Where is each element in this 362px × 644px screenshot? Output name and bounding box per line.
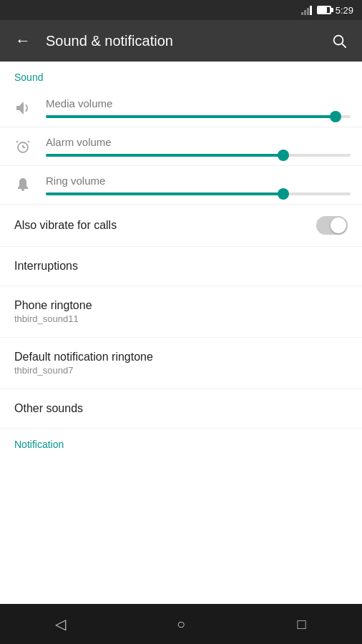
status-icons: 5:29 — [301, 5, 353, 16]
other-sounds-item[interactable]: Other sounds — [0, 389, 362, 429]
svg-rect-2 — [307, 8, 309, 15]
home-nav-button[interactable]: ○ — [161, 604, 201, 644]
bottom-navigation: ◁ ○ □ — [0, 604, 362, 644]
svg-rect-0 — [301, 12, 303, 15]
back-button[interactable]: ← — [11, 29, 34, 52]
top-bar: ← Sound & notification — [0, 20, 362, 62]
recent-nav-button[interactable]: □ — [282, 604, 322, 644]
media-volume-slider[interactable] — [46, 115, 351, 118]
svg-line-5 — [342, 44, 346, 47]
ring-volume-row: Ring volume — [0, 166, 362, 205]
phone-ringtone-value: thbird_sound11 — [14, 313, 348, 324]
notification-section-label: Notification — [0, 429, 362, 456]
ring-volume-slider[interactable] — [46, 192, 351, 195]
toggle-knob — [331, 218, 346, 233]
alarm-volume-thumb[interactable] — [278, 150, 289, 161]
other-sounds-label: Other sounds — [14, 402, 348, 415]
bell-icon — [11, 177, 34, 194]
media-volume-fill — [46, 115, 336, 118]
ring-volume-thumb[interactable] — [278, 188, 289, 200]
phone-ringtone-item[interactable]: Phone ringtone thbird_sound11 — [0, 286, 362, 338]
media-volume-thumb[interactable] — [330, 111, 341, 122]
media-volume-control: Media volume — [46, 97, 351, 118]
ring-volume-control: Ring volume — [46, 175, 351, 195]
search-icon — [331, 33, 347, 49]
alarm-icon — [11, 138, 34, 155]
notification-ringtone-label: Default notification ringtone — [14, 351, 348, 364]
status-bar: 5:29 — [0, 0, 362, 20]
sound-section-label: Sound — [0, 62, 362, 89]
svg-line-10 — [16, 141, 18, 142]
signal-icon — [301, 5, 313, 15]
notification-ringtone-item[interactable]: Default notification ringtone thbird_sou… — [0, 338, 362, 389]
ring-volume-fill — [46, 192, 283, 195]
alarm-volume-label: Alarm volume — [46, 136, 351, 148]
svg-rect-3 — [310, 6, 312, 15]
alarm-volume-slider[interactable] — [46, 154, 351, 157]
search-button[interactable] — [328, 29, 351, 52]
interruptions-item[interactable]: Interruptions — [0, 247, 362, 286]
svg-rect-1 — [304, 10, 306, 15]
vibrate-label: Also vibrate for calls — [14, 219, 316, 232]
vibrate-toggle-row[interactable]: Also vibrate for calls — [0, 205, 362, 247]
status-time: 5:29 — [336, 5, 353, 16]
vibrate-toggle[interactable] — [316, 216, 348, 235]
page-title: Sound & notification — [46, 33, 316, 49]
svg-line-11 — [28, 141, 29, 142]
media-volume-row: Media volume — [0, 89, 362, 127]
media-volume-label: Media volume — [46, 97, 351, 109]
interruptions-label: Interruptions — [14, 260, 348, 273]
notification-ringtone-value: thbird_sound7 — [14, 365, 348, 376]
alarm-volume-control: Alarm volume — [46, 136, 351, 157]
speaker-icon — [11, 99, 34, 117]
back-nav-button[interactable]: ◁ — [40, 604, 80, 644]
battery-icon — [317, 6, 331, 14]
ring-volume-label: Ring volume — [46, 175, 351, 187]
svg-marker-6 — [16, 102, 24, 114]
alarm-volume-row: Alarm volume — [0, 127, 362, 166]
alarm-volume-fill — [46, 154, 283, 157]
content-area: Sound Media volume — [0, 62, 362, 604]
phone-ringtone-label: Phone ringtone — [14, 299, 348, 312]
